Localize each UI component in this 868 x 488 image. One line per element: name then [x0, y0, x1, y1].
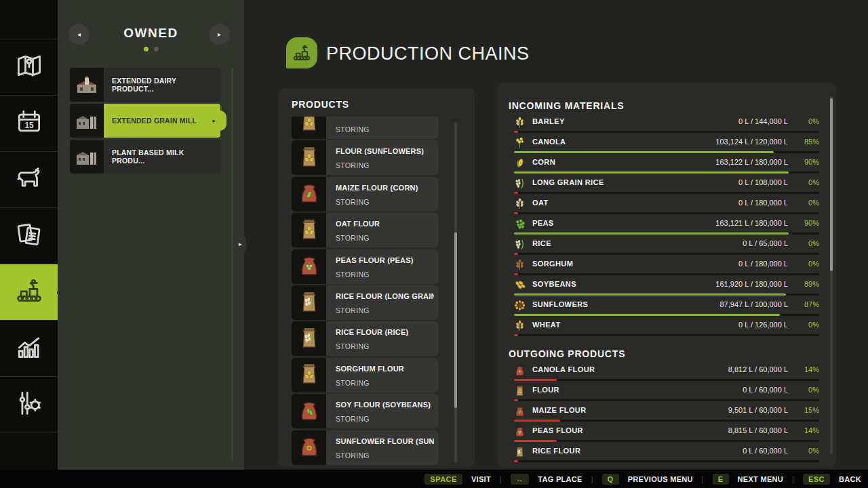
incoming-material-progress-fill: [514, 334, 518, 336]
oat-icon: [514, 198, 526, 209]
product-item[interactable]: SOY FLOUR (SOYBEANS)STORING: [292, 394, 438, 428]
incoming-material-fill-level: 0 L / 65,000 L: [743, 239, 788, 247]
outgoing-product-progress-bar: [514, 399, 819, 401]
incoming-material-progress-fill: [514, 314, 780, 316]
incoming-material-percent: 85%: [792, 138, 819, 146]
hotkey-key-e[interactable]: E: [713, 474, 729, 485]
outgoing-product-progress-fill: [514, 399, 518, 401]
facility-name: EXTENDED GRAIN MILL: [104, 117, 206, 125]
incoming-material-percent: 0%: [792, 260, 819, 268]
incoming-material-row: RICE0 L / 65,000 L0%: [514, 237, 819, 256]
outgoing-product-progress-bar: [514, 460, 819, 462]
product-item-body: RICE FLOUR (LONG GRAIN R...STORING: [326, 285, 438, 320]
product-item[interactable]: RICE FLOUR (LONG GRAIN R...STORING: [292, 285, 438, 320]
outgoing-product-progress-fill: [514, 379, 557, 381]
product-item[interactable]: SORGHUM FLOURSTORING: [292, 358, 438, 392]
facility-item[interactable]: EXTENDED GRAIN MILL▸: [70, 104, 220, 138]
incoming-material-fill-level: 161,920 L / 180,000 L: [715, 280, 788, 288]
hotkey-key-↔[interactable]: ↔: [511, 474, 530, 485]
facility-item[interactable]: EXTENDED DAIRY PRODUCT...: [70, 68, 220, 102]
product-item[interactable]: OAT FLOURSTORING: [292, 213, 438, 247]
products-scrollbar[interactable]: [454, 122, 457, 462]
product-status: STORING: [336, 198, 370, 206]
materials-scrollbar-thumb[interactable]: [830, 98, 833, 271]
incoming-material-fill-level: 0 L / 180,000 L: [738, 199, 788, 207]
facility-item-body: PLANT BASED MILK PRODU...: [104, 140, 220, 174]
facility-item-body: EXTENDED DAIRY PRODUCT...: [104, 68, 220, 102]
canola-flour-bag-icon: [514, 365, 526, 376]
product-item-icon-box: [292, 249, 326, 284]
product-item[interactable]: SUNFLOWER FLOUR (SUNFL...STORING: [292, 430, 438, 465]
flour-bag-icon: [514, 385, 526, 396]
incoming-material-fill-level: 87,947 L / 100,000 L: [719, 300, 788, 308]
incoming-material-progress-bar: [514, 253, 819, 255]
sidebar-tab-settings[interactable]: [0, 376, 58, 432]
settings-icon: [14, 388, 44, 421]
product-item-icon-box: [292, 394, 326, 428]
products-list: STORINGFLOUR (SUNFLOWERS)STORINGMAIZE FL…: [292, 117, 438, 468]
hotkey-key-esc[interactable]: ESC: [803, 474, 830, 485]
flour-bag-tan-icon: [298, 218, 321, 243]
incoming-material-row: SORGHUM0 L / 180,000 L0%: [514, 258, 819, 277]
hotkey-label: TAG PLACE: [538, 475, 582, 483]
map-icon: [14, 51, 44, 83]
materials-scrollbar[interactable]: [830, 96, 833, 454]
sidebar-tab-map[interactable]: [0, 39, 58, 95]
incoming-material-progress-fill: [514, 253, 518, 255]
product-item[interactable]: STORING: [292, 117, 438, 139]
sidebar-tab-calendar[interactable]: 15: [0, 95, 58, 151]
hotkey-separator: |: [792, 475, 794, 483]
product-item-icon-box: [292, 321, 326, 356]
product-status: STORING: [336, 125, 370, 134]
incoming-material-progress-bar: [514, 151, 819, 153]
flour-bag-rice-icon: [298, 290, 321, 316]
sidebar-tab-production[interactable]: [0, 264, 58, 320]
incoming-materials-title: INCOMING MATERIALS: [509, 100, 624, 111]
product-item[interactable]: RICE FLOUR (RICE)STORING: [292, 321, 438, 356]
incoming-material-progress-bar: [514, 131, 819, 133]
product-item[interactable]: PEAS FLOUR (PEAS)STORING: [292, 249, 438, 284]
owned-next-arrow-icon[interactable]: ▸: [209, 24, 230, 45]
incoming-material-row: LONG GRAIN RICE0 L / 108,000 L0%: [514, 176, 819, 195]
selected-facility-notch-icon: [220, 110, 226, 131]
product-item-icon-box: [292, 177, 326, 211]
outgoing-product-fill-level: 9,501 L / 60,000 L: [728, 406, 788, 414]
incoming-material-row: PEAS163,121 L / 180,000 L90%: [514, 217, 819, 236]
outgoing-product-row: PEAS FLOUR8,815 L / 60,000 L14%: [514, 424, 819, 443]
outgoing-product-progress-bar: [514, 420, 819, 422]
owned-list-scrollbar[interactable]: [231, 68, 233, 461]
facility-item[interactable]: PLANT BASED MILK PRODU...: [70, 140, 220, 174]
soybeans-icon: [514, 279, 526, 291]
product-status: STORING: [336, 451, 370, 460]
product-item-body: OAT FLOURSTORING: [326, 213, 438, 247]
expand-panel-arrow[interactable]: [239, 234, 246, 253]
owned-facilities-panel: ◂ OWNED ▸ EXTENDED DAIRY PRODUCT...EXTEN…: [58, 0, 244, 470]
sidebar-tab-statistics[interactable]: [0, 320, 58, 376]
peas-flour-bag-icon: [514, 426, 526, 437]
products-scrollbar-thumb[interactable]: [454, 232, 457, 408]
incoming-material-fill-level: 163,122 L / 180,000 L: [715, 158, 788, 166]
incoming-material-row: OAT0 L / 180,000 L0%: [514, 197, 819, 216]
product-item[interactable]: FLOUR (SUNFLOWERS)STORING: [292, 140, 438, 175]
incoming-material-percent: 90%: [792, 219, 819, 227]
facility-name: PLANT BASED MILK PRODU...: [104, 148, 220, 165]
outgoing-product-row: RICE FLOUR0 L / 60,000 L0%: [514, 445, 819, 464]
flour-bag-tan-icon: [298, 362, 321, 388]
owned-pager-dot-2[interactable]: [154, 47, 159, 52]
incoming-material-fill-level: 163,121 L / 180,000 L: [715, 219, 788, 227]
sidebar-tab-animals[interactable]: [0, 151, 58, 207]
facility-name: EXTENDED DAIRY PRODUCT...: [104, 77, 220, 93]
product-item-icon-box: [292, 213, 326, 247]
outgoing-product-progress-bar: [514, 440, 819, 442]
product-name: PEAS FLOUR (PEAS): [336, 256, 434, 264]
hotkey-label: BACK: [839, 475, 861, 483]
hotkey-key-space[interactable]: SPACE: [425, 474, 462, 485]
product-item-body: RICE FLOUR (RICE)STORING: [326, 321, 438, 356]
hotkey-key-q[interactable]: Q: [602, 474, 619, 485]
sidebar-tab-prices[interactable]: [0, 207, 58, 264]
outgoing-product-row: CANOLA FLOUR8,812 L / 60,000 L14%: [514, 363, 819, 382]
product-item[interactable]: MAIZE FLOUR (CORN)STORING: [292, 177, 438, 211]
corn-icon: [514, 157, 526, 169]
incoming-material-progress-bar: [514, 314, 819, 316]
owned-pager-dot-1[interactable]: [144, 47, 149, 52]
